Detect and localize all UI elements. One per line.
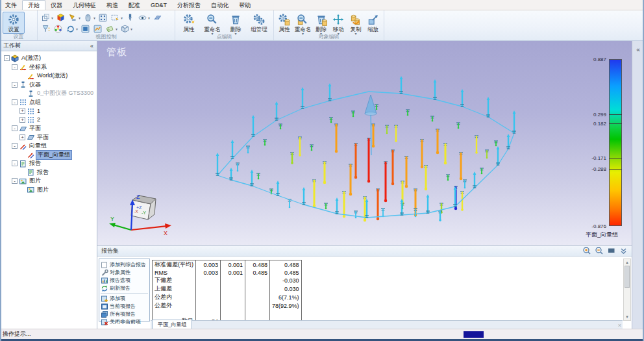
- menu-item-7[interactable]: GD&T: [145, 0, 172, 10]
- tool-添加项[interactable]: 添加项: [100, 295, 149, 302]
- eye-icon[interactable]: ▾: [138, 13, 150, 23]
- tree-collapse-icon[interactable]: «: [90, 43, 93, 49]
- panel-collapse-icon[interactable]: «: [636, 46, 640, 329]
- tree-item-平面[interactable]: +平面: [1, 133, 97, 142]
- tool-label: 刷新报告: [110, 284, 130, 292]
- tree-item-0_中图仪器 GTS3300[interactable]: 0_中图仪器 GTS3300: [1, 89, 97, 98]
- ribbon-button-settings-设置[interactable]: 设置: [3, 12, 25, 34]
- chevron-down-icon[interactable]: ▾: [148, 16, 150, 20]
- gear-cyl-icon: [278, 13, 291, 26]
- ribbon-button-point-edit-属性[interactable]: 属性: [178, 12, 200, 34]
- tree-item-2[interactable]: +2: [1, 116, 97, 125]
- tag-icon[interactable]: ▾: [105, 24, 118, 34]
- scroll-thumb[interactable]: [625, 266, 630, 288]
- tree-item-A(激活)[interactable]: -A(激活): [1, 54, 97, 63]
- tool-添加到综合报告[interactable]: 添加到综合报告: [100, 261, 149, 268]
- tree-item-仪器[interactable]: -仪器: [1, 81, 97, 90]
- tree-item-图片[interactable]: -图片: [1, 177, 97, 186]
- tree-item-平面[interactable]: -平面: [1, 124, 97, 133]
- tab-close-icon[interactable]: ×: [618, 322, 621, 329]
- scroll-up-icon[interactable]: ▲: [624, 259, 630, 266]
- chevron-down-icon[interactable]: ▾: [121, 16, 123, 20]
- expand-box-icon[interactable]: +: [19, 134, 25, 140]
- color-cube-icon[interactable]: [56, 13, 66, 23]
- tree-item-报告[interactable]: 报告: [1, 168, 97, 177]
- viewport-3d[interactable]: 管板 平面_向量组 XYZ+Z-X-Y 0.8870.2990.182-0.17…: [97, 41, 632, 246]
- stat-label-cell: 下偏差: [153, 276, 196, 284]
- tool-关闭非当前项[interactable]: 关闭非当前项: [100, 318, 149, 325]
- expand-box-icon[interactable]: +: [19, 117, 25, 123]
- tool-所有项报告[interactable]: 所有项报告: [100, 310, 149, 318]
- window-icon[interactable]: [607, 246, 615, 257]
- menu-item-1[interactable]: 文件: [0, 0, 22, 10]
- tool-报告选项[interactable]: 报告选项: [100, 277, 149, 284]
- vector-plot[interactable]: [97, 41, 632, 246]
- stat-value-cell: [221, 293, 245, 301]
- chevron-down-icon[interactable]: ▾: [76, 27, 78, 31]
- ribbon-button-object-edit-属性[interactable]: 属性: [277, 12, 293, 34]
- tree-item-平面_向量组[interactable]: 平面_向量组: [1, 151, 97, 160]
- collapse-box-icon[interactable]: -: [4, 55, 10, 61]
- tree-item-报告[interactable]: -报告: [1, 159, 97, 168]
- collapse-box-icon[interactable]: -: [12, 178, 18, 184]
- zoom-in-icon[interactable]: [582, 246, 591, 257]
- mouse-icon[interactable]: ▾: [83, 13, 95, 23]
- collapse-box-icon[interactable]: -: [12, 125, 18, 131]
- orientation-triad[interactable]: XYZ+Z-X-Y: [108, 192, 175, 242]
- lamp-icon[interactable]: ▾: [68, 13, 80, 23]
- tree-item-坐标系[interactable]: -坐标系: [1, 63, 97, 72]
- probe-icon[interactable]: [125, 13, 135, 23]
- ribbon-button-point-edit-组管理[interactable]: 组管理: [248, 12, 270, 34]
- plane-icon: [19, 125, 27, 133]
- marquee-icon[interactable]: ▾: [110, 13, 123, 23]
- menu-item-10[interactable]: 帮助: [234, 0, 256, 10]
- tool-对象属性[interactable]: 对象属性: [100, 269, 149, 276]
- rotate-icon[interactable]: ▾: [66, 24, 78, 34]
- menu-item-2[interactable]: 开始: [22, 0, 45, 10]
- chevron-down-icon[interactable]: ▾: [130, 27, 132, 31]
- work-tree: -A(激活)-坐标系World(激活)-仪器0_中图仪器 GTS3300-点组+…: [0, 51, 97, 329]
- chevron-down-icon[interactable]: ▾: [51, 16, 53, 20]
- report-scrollbar[interactable]: ▲ ▼: [623, 259, 631, 321]
- box-icon[interactable]: ▾: [120, 24, 132, 34]
- tool-刷新报告[interactable]: 刷新报告: [100, 284, 149, 292]
- tree-item-点组[interactable]: -点组: [1, 98, 97, 107]
- expand-box-icon[interactable]: +: [19, 108, 25, 114]
- glass-icon[interactable]: [41, 24, 51, 34]
- report-tab[interactable]: 平面_向量组: [152, 320, 192, 329]
- tree-item-1[interactable]: +1: [1, 107, 97, 116]
- chevron-down-icon[interactable]: ▾: [79, 16, 80, 20]
- tool-当前项报告[interactable]: 当前项报告: [100, 303, 149, 310]
- tree-item-向量组[interactable]: -向量组: [1, 142, 97, 151]
- tree-item-label: 1: [36, 108, 42, 114]
- color-wheel-icon[interactable]: [53, 24, 63, 34]
- zoom-out-icon[interactable]: [595, 246, 603, 257]
- tree-item-图片[interactable]: 图片: [1, 186, 97, 195]
- tree-item-label: 平面: [28, 124, 42, 133]
- tree-item-World(激活)[interactable]: World(激活): [1, 71, 97, 81]
- menu-item-6[interactable]: 配准: [123, 0, 145, 10]
- menu-item-3[interactable]: 仪器: [45, 0, 68, 10]
- point-grid-icon[interactable]: [98, 13, 108, 23]
- wire-cube-icon[interactable]: ▾: [41, 13, 53, 23]
- menu-item-9[interactable]: 自动化: [206, 0, 234, 10]
- ribbon-group-settings: 设置设置: [0, 10, 38, 40]
- report-view-icon[interactable]: [93, 24, 103, 34]
- menu-item-4[interactable]: 几何特征: [68, 0, 101, 10]
- menu-item-5[interactable]: 构造: [101, 0, 123, 10]
- mesh-icon[interactable]: [153, 13, 162, 23]
- collapse-box-icon[interactable]: -: [12, 99, 18, 105]
- ribbon-button-label: 组管理: [251, 26, 267, 32]
- ribbon-button-object-edit-缩放[interactable]: 缩放: [365, 12, 381, 34]
- chevron-down-icon[interactable]: ▾: [116, 27, 118, 31]
- stat-value-cell: 0.030: [270, 284, 302, 293]
- scroll-down-icon[interactable]: ▼: [624, 314, 630, 320]
- collapse-box-icon[interactable]: -: [12, 64, 18, 70]
- collapse-panel-icon[interactable]: [619, 246, 628, 257]
- collapse-box-icon[interactable]: -: [12, 160, 18, 166]
- collapse-box-icon[interactable]: -: [12, 143, 18, 149]
- menu-item-8[interactable]: 分析报告: [172, 0, 206, 10]
- image-icon[interactable]: [80, 24, 90, 34]
- chevron-down-icon[interactable]: ▾: [93, 16, 95, 20]
- collapse-box-icon[interactable]: -: [12, 82, 18, 88]
